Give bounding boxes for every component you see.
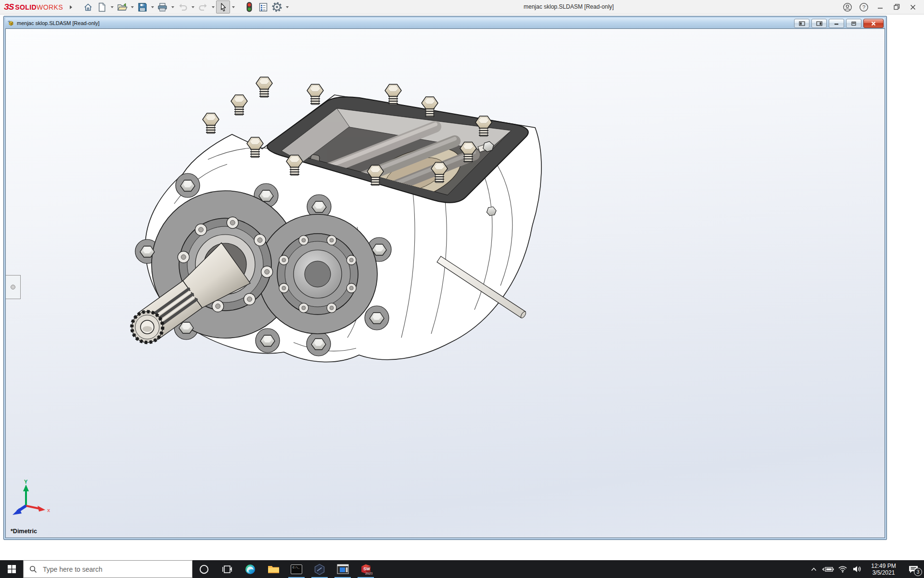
clock-time: 12:49 PM (866, 563, 901, 569)
battery-button[interactable] (821, 560, 835, 578)
home-button[interactable] (81, 0, 95, 13)
brand-solid-text: SOLID (15, 3, 37, 11)
app-title: menjac sklop.SLDASM [Read-only] (524, 0, 614, 14)
restore-button[interactable] (888, 0, 905, 14)
taskbar-clock[interactable]: 12:49 PM 3/5/2021 (864, 563, 903, 576)
undo-dropdown[interactable] (190, 1, 196, 13)
options-dropdown[interactable] (284, 1, 290, 13)
battery-charging-icon (822, 566, 834, 573)
user-account-icon (843, 2, 852, 12)
media-window-icon (337, 564, 349, 574)
help-button[interactable]: ? (856, 0, 872, 14)
redo-button[interactable] (196, 0, 210, 13)
media-window-button[interactable] (331, 560, 354, 578)
notification-center-button[interactable]: 3 (903, 560, 924, 578)
solidworks-2021-button[interactable]: SW 2021 (354, 560, 377, 578)
minimize-button[interactable] (872, 0, 888, 14)
solidworks-logo: ЗS SOLIDWORKS (4, 0, 72, 14)
minimize-icon (877, 4, 884, 11)
select-cursor-icon (219, 2, 228, 12)
open-icon (117, 2, 128, 12)
volume-button[interactable] (850, 560, 864, 578)
viewport-3d[interactable]: Y x *Dimetric (5, 28, 885, 538)
file-properties-icon (258, 2, 268, 12)
chevron-up-icon (811, 567, 817, 571)
document-window-controls (792, 19, 884, 28)
pane-left-icon (799, 21, 805, 26)
new-document-icon (98, 2, 106, 12)
command-prompt-button[interactable]: C:\_ (285, 560, 308, 578)
app-titlebar: ЗS SOLIDWORKS (0, 0, 924, 14)
brand-works-text: WORKS (37, 3, 63, 11)
rebuild-traffic-light-icon (246, 2, 252, 12)
windows-taskbar: C:\_ SW 2021 (0, 560, 924, 578)
select-dropdown[interactable] (230, 1, 236, 13)
menu-expand-arrow-icon[interactable] (70, 5, 72, 9)
open-dropdown[interactable] (129, 1, 135, 13)
system-tray: 12:49 PM 3/5/2021 3 (807, 560, 924, 578)
restore-icon (893, 3, 900, 11)
options-button[interactable] (270, 0, 284, 13)
gearbox-model[interactable] (6, 29, 885, 538)
view-orientation-label: *Dimetric (11, 528, 37, 535)
countershaft-bearing-cover[interactable] (277, 234, 358, 315)
svg-text:SW: SW (363, 566, 371, 571)
home-icon (83, 2, 93, 12)
close-icon (871, 21, 876, 26)
save-button[interactable] (135, 0, 149, 13)
pane-left-button[interactable] (794, 19, 809, 28)
document-title: menjac sklop.SLDASM [Read-only] (17, 20, 100, 26)
new-document-button[interactable] (95, 0, 109, 13)
task-view-icon (222, 565, 232, 574)
pane-right-button[interactable] (811, 19, 827, 28)
search-icon (29, 565, 37, 573)
doc-close-button[interactable] (863, 19, 884, 28)
file-properties-button[interactable] (256, 0, 270, 13)
minimize-icon (834, 21, 839, 26)
undo-icon (178, 3, 188, 12)
featuremanager-expand-dot (11, 285, 15, 289)
select-button[interactable] (216, 0, 230, 13)
save-dropdown[interactable] (149, 1, 155, 13)
composer-hexagon-button[interactable] (308, 560, 331, 578)
edge-button[interactable] (239, 560, 262, 578)
doc-minimize-button[interactable] (829, 19, 844, 28)
taskbar-search-box[interactable] (23, 560, 192, 578)
task-view-button[interactable] (216, 560, 239, 578)
orientation-triad: Y x (10, 479, 56, 518)
notification-count-badge: 3 (914, 568, 922, 576)
undo-button[interactable] (176, 0, 190, 13)
close-icon (910, 4, 916, 11)
new-document-dropdown[interactable] (109, 1, 115, 13)
wifi-icon (838, 565, 847, 573)
svg-text:2021: 2021 (365, 572, 372, 575)
doc-restore-button[interactable] (846, 19, 861, 28)
user-account-button[interactable] (839, 0, 856, 14)
cortana-button[interactable] (192, 560, 216, 578)
search-input[interactable] (42, 565, 179, 574)
triad-x-label: x (47, 507, 51, 513)
file-explorer-icon (268, 564, 280, 574)
dassault-mark-icon: ЗS (4, 2, 13, 12)
svg-text:?: ? (862, 4, 865, 10)
close-button[interactable] (905, 0, 921, 14)
start-button[interactable] (0, 560, 23, 578)
tray-chevron-button[interactable] (807, 560, 821, 578)
document-window: menjac sklop.SLDASM [Read-only] (3, 16, 887, 540)
solidworks-app-window: ЗS SOLIDWORKS (0, 0, 924, 578)
document-titlebar[interactable]: menjac sklop.SLDASM [Read-only] (5, 18, 885, 28)
wifi-button[interactable] (835, 560, 850, 578)
print-dropdown[interactable] (169, 1, 176, 13)
print-button[interactable] (155, 0, 169, 13)
rebuild-button[interactable] (242, 0, 256, 13)
assembly-document-icon (7, 20, 14, 26)
file-explorer-button[interactable] (262, 560, 285, 578)
featuremanager-collapsed-tab[interactable] (6, 275, 21, 299)
app-window-controls: ? (839, 0, 921, 14)
open-button[interactable] (115, 0, 129, 13)
mdi-background: menjac sklop.SLDASM [Read-only] (0, 14, 924, 560)
print-icon (157, 2, 167, 12)
redo-dropdown[interactable] (210, 1, 216, 13)
solidworks-2021-icon: SW 2021 (359, 563, 372, 576)
pane-right-icon (816, 21, 822, 26)
